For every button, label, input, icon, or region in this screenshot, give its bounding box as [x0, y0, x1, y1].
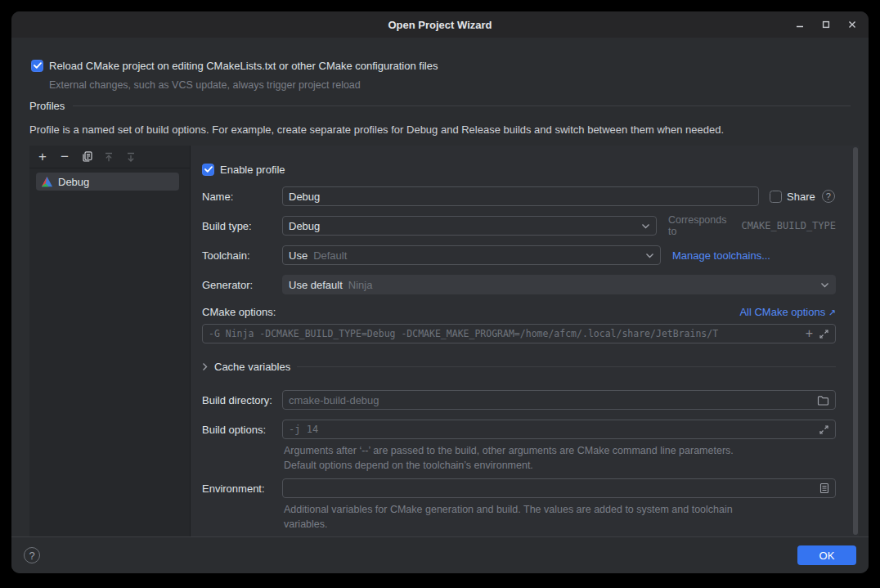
- window-controls: [787, 11, 865, 38]
- share-help-icon[interactable]: ?: [822, 190, 835, 203]
- share-checkbox[interactable]: [770, 191, 782, 203]
- all-cmake-options-link[interactable]: All CMake options ↗: [739, 306, 836, 318]
- window-title: Open Project Wizard: [388, 19, 492, 31]
- cache-variables-toggle[interactable]: Cache variables: [202, 359, 836, 374]
- generator-select[interactable]: Use default Ninja: [282, 275, 836, 294]
- profile-list-toolbar: + −: [29, 146, 190, 168]
- section-divider: [297, 366, 836, 367]
- checkmark-icon: [34, 62, 42, 69]
- reload-cmake-checkbox[interactable]: [31, 60, 43, 72]
- environment-label: Environment:: [202, 483, 282, 495]
- profile-list-panel: + −: [29, 146, 191, 536]
- build-directory-label: Build directory:: [202, 394, 282, 406]
- environment-input[interactable]: [282, 478, 836, 498]
- profiles-description: Profile is a named set of build options.…: [29, 123, 724, 136]
- cache-variables-label: Cache variables: [214, 361, 290, 373]
- environment-row: Environment:: [202, 478, 836, 498]
- chevron-down-icon: [820, 282, 829, 288]
- share-label: Share: [787, 191, 815, 203]
- move-up-icon[interactable]: [102, 150, 115, 164]
- generator-value: Ninja: [348, 279, 373, 291]
- enable-profile-checkbox[interactable]: [202, 164, 214, 176]
- chevron-down-icon: [641, 223, 650, 229]
- enable-profile-label: Enable profile: [220, 164, 285, 176]
- cmake-options-label: CMake options:: [202, 306, 276, 318]
- cmake-options-value: -G Ninja -DCMAKE_BUILD_TYPE=Debug -DCMAK…: [209, 328, 800, 339]
- cmake-options-header-row: CMake options: All CMake options ↗: [202, 304, 836, 319]
- titlebar[interactable]: Open Project Wizard: [11, 11, 869, 38]
- copy-profile-icon[interactable]: [80, 150, 93, 164]
- build-type-note: Corresponds to: [668, 214, 738, 237]
- build-options-row: Build options: -j 14: [202, 420, 836, 439]
- generator-row: Generator: Use default Ninja: [202, 275, 836, 294]
- close-icon[interactable]: [839, 11, 865, 38]
- build-options-label: Build options:: [202, 424, 282, 436]
- chevron-right-icon: [202, 362, 208, 371]
- build-directory-value: cmake-build-debug: [289, 394, 811, 406]
- build-directory-input[interactable]: cmake-build-debug: [282, 390, 836, 410]
- toolchain-select[interactable]: Use Default: [282, 245, 661, 265]
- generator-label: Generator:: [202, 279, 282, 291]
- build-type-note-code: CMAKE_BUILD_TYPE: [741, 220, 836, 231]
- toolchain-label: Toolchain:: [202, 249, 282, 262]
- environment-hint: Additional variables for CMake generatio…: [284, 502, 739, 532]
- move-down-icon[interactable]: [124, 150, 137, 164]
- cmake-options-field-row: -G Ninja -DCMAKE_BUILD_TYPE=Debug -DCMAK…: [202, 324, 836, 343]
- folder-icon[interactable]: [817, 395, 829, 406]
- open-project-wizard-dialog: Open Project Wizard Reload CMake project…: [11, 11, 869, 573]
- profile-form-panel: Enable profile Name: Share ? Build type:…: [191, 146, 859, 536]
- profile-item-label: Debug: [58, 176, 89, 188]
- ok-button[interactable]: OK: [797, 545, 856, 565]
- enable-profile-row: Enable profile: [202, 161, 836, 177]
- form-scrollbar[interactable]: [853, 147, 858, 535]
- profile-list-item-debug[interactable]: Debug: [36, 173, 179, 191]
- checkmark-icon: [204, 166, 213, 173]
- toolchain-row: Toolchain: Use Default Manage toolchains…: [202, 245, 836, 265]
- remove-profile-icon[interactable]: −: [58, 150, 71, 164]
- profiles-split-area: + −: [29, 146, 859, 536]
- cmake-options-input[interactable]: -G Ninja -DCMAKE_BUILD_TYPE=Debug -DCMAK…: [202, 324, 836, 343]
- minimize-icon[interactable]: [787, 11, 813, 38]
- profiles-section-title: Profiles: [29, 100, 65, 112]
- variables-list-icon[interactable]: [819, 483, 829, 494]
- expand-field-icon[interactable]: [819, 329, 829, 339]
- add-option-icon[interactable]: +: [806, 328, 813, 339]
- build-type-select[interactable]: Debug: [282, 216, 657, 236]
- manage-toolchains-link[interactable]: Manage toolchains...: [672, 249, 770, 262]
- chevron-down-icon: [645, 253, 654, 258]
- maximize-icon[interactable]: [813, 11, 839, 38]
- help-icon[interactable]: ?: [24, 547, 40, 563]
- reload-cmake-hint: External changes, such as VCS update, al…: [49, 78, 361, 92]
- profiles-section-header: Profiles: [29, 98, 851, 113]
- build-options-hint: Arguments after ‘--’ are passed to the b…: [284, 443, 734, 473]
- name-input[interactable]: [282, 186, 759, 206]
- external-link-icon: ↗: [828, 307, 836, 317]
- toolchain-prefix: Use: [289, 249, 308, 262]
- add-profile-icon[interactable]: +: [36, 150, 49, 164]
- expand-field-icon[interactable]: [819, 424, 829, 435]
- build-options-value: -j 14: [289, 424, 813, 435]
- cmake-icon: [41, 176, 53, 188]
- section-divider: [73, 105, 851, 106]
- name-row: Name: Share ?: [202, 186, 836, 206]
- build-directory-row: Build directory: cmake-build-debug: [202, 390, 836, 410]
- build-options-input[interactable]: -j 14: [282, 420, 836, 439]
- build-type-row: Build type: Debug Corresponds to CMAKE_B…: [202, 216, 836, 236]
- toolchain-value: Default: [313, 249, 347, 262]
- build-type-label: Build type:: [202, 220, 282, 232]
- reload-cmake-option: Reload CMake project on editing CMakeLis…: [31, 57, 438, 74]
- name-label: Name:: [202, 191, 282, 203]
- generator-prefix: Use default: [289, 279, 343, 291]
- reload-cmake-label: Reload CMake project on editing CMakeLis…: [49, 60, 438, 72]
- build-type-value: Debug: [289, 220, 320, 232]
- dialog-footer: ? OK: [11, 536, 869, 573]
